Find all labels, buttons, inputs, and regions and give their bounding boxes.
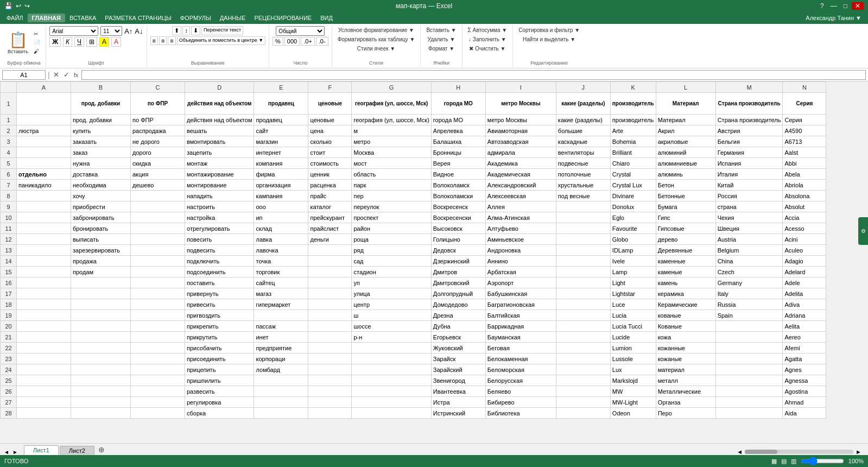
cell-r4-c7[interactable]: Бронницы [431, 147, 485, 158]
cell-r22-c4[interactable]: предприятие [254, 343, 308, 354]
cell-r16-c4[interactable]: сайтец [254, 277, 308, 288]
cell-r7-c11[interactable]: Бетон [656, 180, 715, 191]
cell-r15-c10[interactable]: Lamp [610, 267, 656, 277]
cell-r24-c12[interactable] [715, 364, 783, 375]
cell-r12-c2[interactable] [131, 234, 185, 245]
cell-r23-c12[interactable] [715, 354, 783, 364]
cell-r15-c6[interactable]: стадион [352, 267, 431, 277]
cell-r5-c3[interactable]: монтаж [185, 158, 254, 169]
cell-r1-c7[interactable]: города МО [431, 115, 485, 125]
cell-r10-c10[interactable]: Eglo [610, 212, 656, 223]
cell-r20-c0[interactable] [17, 321, 71, 332]
cell-r9-c13[interactable]: Absolut [783, 201, 826, 212]
cell-r5-c7[interactable]: Верея [431, 158, 485, 169]
cell-r17-c1[interactable] [71, 288, 131, 299]
header-cell-7[interactable]: города МО [431, 93, 485, 115]
format-cells-button[interactable]: Формат ▼ [426, 45, 457, 53]
menu-review[interactable]: РЕЦЕНЗИРОВАНИЕ [250, 14, 316, 22]
page-break-btn[interactable]: ▥ [791, 458, 796, 465]
cell-r4-c10[interactable]: Brilliant [610, 147, 656, 158]
cell-r8-c3[interactable]: нападить [185, 191, 254, 201]
cell-r2-c5[interactable]: цена [308, 125, 352, 136]
cell-r27-c7[interactable]: Истра [431, 397, 485, 408]
cell-r16-c7[interactable]: Дмитровский [431, 277, 485, 288]
cell-r5-c2[interactable]: скидка [131, 158, 185, 169]
cell-r25-c11[interactable]: металл [656, 375, 715, 386]
cell-r21-c5[interactable] [308, 332, 352, 343]
cell-r11-c5[interactable]: прайслист [308, 223, 352, 234]
cell-r3-c8[interactable]: Автозаводская [485, 136, 556, 147]
cell-r14-c12[interactable]: China [715, 256, 783, 267]
cell-r1-c11[interactable]: Материал [656, 115, 715, 125]
cell-r26-c8[interactable]: Беляево [485, 386, 556, 397]
cell-r28-c2[interactable] [131, 408, 185, 419]
cell-r2-c8[interactable]: Авиамоторная [485, 125, 556, 136]
cell-r22-c7[interactable]: Жуковский [431, 343, 485, 354]
menu-data[interactable]: ДАННЫЕ [216, 14, 250, 22]
cell-r28-c0[interactable] [17, 408, 71, 419]
wrap-text-button[interactable]: Перенести текст [201, 26, 243, 35]
cell-r17-c0[interactable] [17, 288, 71, 299]
cell-r28-c10[interactable]: Odeon [610, 408, 656, 419]
cell-r14-c4[interactable]: точка [254, 256, 308, 267]
cell-r5-c8[interactable]: Академика [485, 158, 556, 169]
cell-r20-c6[interactable]: шоссе [352, 321, 431, 332]
cell-r18-c6[interactable]: центр [352, 299, 431, 310]
cell-r12-c9[interactable] [556, 234, 610, 245]
cell-r19-c4[interactable] [254, 310, 308, 321]
cell-r3-c12[interactable]: Бельгия [715, 136, 783, 147]
formula-input[interactable] [81, 70, 866, 80]
cell-r22-c0[interactable] [17, 343, 71, 354]
cell-r4-c13[interactable]: Aalst [783, 147, 826, 158]
align-center-button[interactable]: ≡ [159, 36, 167, 45]
sheet-tab-2[interactable]: Лист2 [60, 446, 94, 455]
cell-r4-c12[interactable]: Германия [715, 147, 783, 158]
cell-r7-c7[interactable]: Волоколамск [431, 180, 485, 191]
percent-button[interactable]: % [273, 37, 283, 46]
cell-r6-c13[interactable]: Abela [783, 169, 826, 180]
cell-r25-c7[interactable]: Звенигород [431, 375, 485, 386]
cell-r6-c10[interactable]: Crystal [610, 169, 656, 180]
cell-r5-c0[interactable] [17, 158, 71, 169]
cell-r24-c0[interactable] [17, 364, 71, 375]
cell-r6-c0[interactable]: отдельно [17, 169, 71, 180]
col-header-j[interactable]: J [556, 82, 610, 93]
cell-r24-c11[interactable]: материал [656, 364, 715, 375]
cell-r26-c1[interactable] [71, 386, 131, 397]
cell-r26-c4[interactable] [254, 386, 308, 397]
cell-r1-c8[interactable]: метро Москвы [485, 115, 556, 125]
cell-r10-c0[interactable] [17, 212, 71, 223]
cell-r25-c12[interactable] [715, 375, 783, 386]
cell-r19-c10[interactable]: Lucia [610, 310, 656, 321]
cell-r25-c6[interactable] [352, 375, 431, 386]
cell-r12-c12[interactable]: Austria [715, 234, 783, 245]
cell-r23-c6[interactable] [352, 354, 431, 364]
cell-r17-c13[interactable]: Adelita [783, 288, 826, 299]
scroll-sheets-left[interactable]: ◄ [2, 449, 11, 455]
format-painter-button[interactable]: 🖌 [31, 47, 42, 55]
cell-r5-c13[interactable]: Abbi [783, 158, 826, 169]
cell-r14-c9[interactable] [556, 256, 610, 267]
cell-r13-c1[interactable]: зарезервировать [71, 245, 131, 256]
col-header-g[interactable]: G [352, 82, 431, 93]
cell-r14-c3[interactable]: подключить [185, 256, 254, 267]
cell-r28-c1[interactable] [71, 408, 131, 419]
cell-r12-c13[interactable]: Acini [783, 234, 826, 245]
cell-r4-c1[interactable]: заказ [71, 147, 131, 158]
col-header-h[interactable]: H [431, 82, 485, 93]
cell-r12-c6[interactable]: роща [352, 234, 431, 245]
cell-r21-c10[interactable]: Lucide [610, 332, 656, 343]
cell-r22-c13[interactable]: Afemi [783, 343, 826, 354]
cell-r21-c7[interactable]: Егорьевск [431, 332, 485, 343]
menu-pagelayout[interactable]: РАЗМЕТКА СТРАНИЦЫ [100, 14, 175, 22]
cell-r2-c11[interactable]: Акрил [656, 125, 715, 136]
add-sheet-button[interactable]: ⊕ [96, 444, 107, 455]
cell-r1-c5[interactable]: ценовые [308, 115, 352, 125]
cell-r14-c0[interactable] [17, 256, 71, 267]
align-bottom-button[interactable]: ⬇ [191, 26, 200, 35]
cell-r18-c3[interactable]: привесить [185, 299, 254, 310]
cell-reference-input[interactable]: A1 [2, 70, 46, 80]
cell-r15-c0[interactable] [17, 267, 71, 277]
cell-r24-c2[interactable] [131, 364, 185, 375]
cell-r10-c13[interactable]: Accia [783, 212, 826, 223]
